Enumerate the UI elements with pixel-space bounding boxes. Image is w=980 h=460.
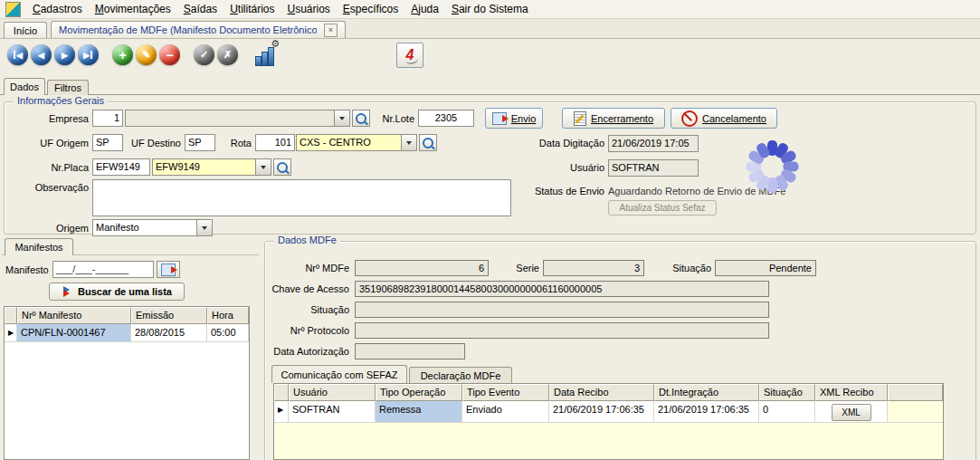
manifesto-mask-input[interactable]: ___/___-______ (52, 261, 154, 278)
tab-comunicacao-sefaz[interactable]: Comunicação com SEFAZ (271, 365, 407, 383)
cell-xml-recibo: XML (815, 401, 888, 423)
col-nr-manifesto: Nrº Manifesto (17, 307, 131, 324)
chevron-down-icon[interactable] (255, 159, 271, 175)
observacao-textarea[interactable] (92, 179, 511, 216)
rota-combo[interactable]: CXS - CENTRO (296, 134, 417, 151)
manifesto-go-button[interactable] (157, 261, 180, 278)
origem-label: Origem (51, 223, 89, 235)
menu-sair[interactable]: Sair do Sistema (445, 1, 535, 17)
buscar-lista-button[interactable]: Buscar de uma lista (49, 283, 185, 301)
chevron-down-icon[interactable] (334, 110, 349, 126)
tab-dados[interactable]: Dados (4, 78, 45, 95)
first-record-icon: ◀ (16, 51, 23, 60)
menu-utilitarios[interactable]: Utilitários (224, 1, 281, 17)
grid-settings-button[interactable]: ⚙ (253, 43, 277, 67)
tab-movimentacao-mdfe[interactable]: Movimentação de MDFe (Manifesto Document… (51, 21, 346, 38)
menu-saidas[interactable]: Saídas (177, 1, 224, 17)
menu-usuarios[interactable]: Usuários (281, 1, 336, 17)
menu-especificos[interactable]: Específicos (337, 1, 404, 17)
nr-protocolo-label: Nrº Protocolo (281, 325, 349, 337)
usuario-value: SOFTRAN (608, 159, 699, 177)
dados-mdfe-title: Dados MDFe (274, 235, 340, 245)
empresa-combo[interactable] (125, 110, 350, 127)
softran-logo-button[interactable]: 4 (396, 43, 423, 68)
tab-manifestos[interactable]: Manifestos (5, 238, 73, 255)
atualiza-status-sefaz-label: Atualiza Status Sefaz (619, 203, 705, 213)
cell-nr-manifesto[interactable]: CPN/FLN-0001467 (17, 324, 131, 342)
first-bar-icon (14, 51, 15, 59)
nr-mdfe-value: 6 (355, 260, 489, 276)
origem-combo[interactable]: Manifesto (92, 219, 213, 236)
uf-origem-input[interactable]: SP (92, 134, 123, 151)
cell-dt-integracao[interactable]: 21/06/2019 17:06:35 (654, 401, 759, 423)
uf-destino-input[interactable]: SP (185, 134, 215, 151)
selector-header (5, 307, 17, 324)
cell-hora[interactable]: 05:00 (207, 324, 249, 342)
encerramento-button[interactable]: Encerramento (562, 108, 665, 129)
rota-code-input[interactable]: 101 (255, 134, 295, 151)
cell-situacao[interactable]: 0 (759, 401, 815, 423)
cell-usuario[interactable]: SOFTRAN (289, 401, 376, 423)
menu-cadastros[interactable]: Cadastros (26, 1, 89, 17)
row-marker-icon: ▶ (5, 324, 17, 342)
add-record-button[interactable]: + (112, 44, 133, 65)
nrplaca-input[interactable]: EFW9149 (92, 158, 150, 176)
cancel-button[interactable]: ✗ (217, 44, 238, 65)
send-icon (492, 112, 507, 125)
menu-ajuda[interactable]: Ajuda (404, 1, 445, 17)
col-data-recibo: Data Recibo (549, 384, 654, 401)
empresa-input[interactable]: 1 (92, 110, 123, 127)
chave-acesso-value: 3519068982391800014458003000000006116000… (355, 281, 769, 297)
edit-record-button[interactable]: ✎ (136, 44, 157, 65)
cell-filler (888, 401, 943, 423)
tab-movimentacao-mdfe-label: Movimentação de MDFe (Manifesto Document… (59, 24, 317, 35)
menu-movimentacoes[interactable]: Movimentações (89, 1, 177, 17)
selector-header (274, 384, 289, 401)
cell-tipo-evento[interactable]: Enviado (462, 401, 549, 423)
tab-inicio[interactable]: Início (4, 22, 47, 38)
prev-record-button[interactable]: ◀ (31, 44, 52, 65)
chevron-down-icon[interactable] (196, 220, 212, 235)
usuario-label: Usuário (543, 162, 604, 174)
cancelamento-button-label: Cancelamento (702, 113, 766, 124)
tab-manifestos-label: Manifestos (14, 242, 62, 253)
chart-bar-icon (268, 47, 274, 66)
nrplaca-label: Nr.Placa (42, 162, 89, 174)
atualiza-status-sefaz-button[interactable]: Atualiza Status Sefaz (608, 200, 717, 216)
nrplaca-combo[interactable]: EFW9149 (152, 158, 271, 176)
rota-search-button[interactable] (419, 134, 437, 151)
serie-label: Serie (503, 263, 539, 274)
status-envio-label: Status de Envio (527, 186, 604, 197)
empresa-search-button[interactable] (352, 110, 370, 127)
chevron-down-icon[interactable] (401, 135, 416, 150)
data-autorizacao-value (355, 343, 465, 359)
list-arrows-icon (62, 286, 73, 297)
situacao2-value (355, 302, 769, 318)
confirm-button[interactable]: ✓ (194, 44, 214, 65)
serie-value: 3 (543, 260, 644, 276)
table-row[interactable]: ▶ SOFTRAN Remessa Enviado 21/06/2019 17:… (274, 401, 943, 423)
tab-declaracao-mdfe[interactable]: Declaração MDFe (409, 367, 512, 383)
nrlote-label: Nr.Lote (375, 113, 414, 125)
close-tab-icon[interactable]: × (324, 24, 338, 37)
delete-record-button[interactable]: − (159, 44, 180, 65)
table-row[interactable]: ▶ CPN/FLN-0001467 28/08/2015 05:00 (5, 324, 249, 342)
last-record-button[interactable]: ▶ (78, 44, 99, 65)
placa-search-button[interactable] (273, 158, 291, 176)
cell-data-recibo[interactable]: 21/06/2019 17:06:35 (549, 401, 654, 423)
xml-button[interactable]: XML (832, 404, 871, 421)
check-icon: ✓ (200, 49, 208, 61)
nrlote-input[interactable]: 2305 (418, 110, 474, 127)
col-dt-integracao: Dt.Integração (654, 384, 759, 401)
uf-destino-label: UF Destino (125, 138, 181, 149)
cell-tipo-operacao[interactable]: Remessa (376, 401, 462, 423)
cell-emissao[interactable]: 28/08/2015 (131, 324, 207, 342)
next-record-button[interactable]: ▶ (54, 44, 75, 65)
first-record-button[interactable]: ◀ (7, 44, 28, 65)
loading-spinner (746, 140, 798, 193)
add-icon: + (119, 48, 126, 62)
cancelamento-button[interactable]: Cancelamento (671, 108, 777, 129)
informacoes-gerais-title: Informações Gerais (14, 95, 108, 106)
envio-button[interactable]: Envio (485, 108, 543, 129)
tab-filtros[interactable]: Filtros (47, 80, 89, 95)
